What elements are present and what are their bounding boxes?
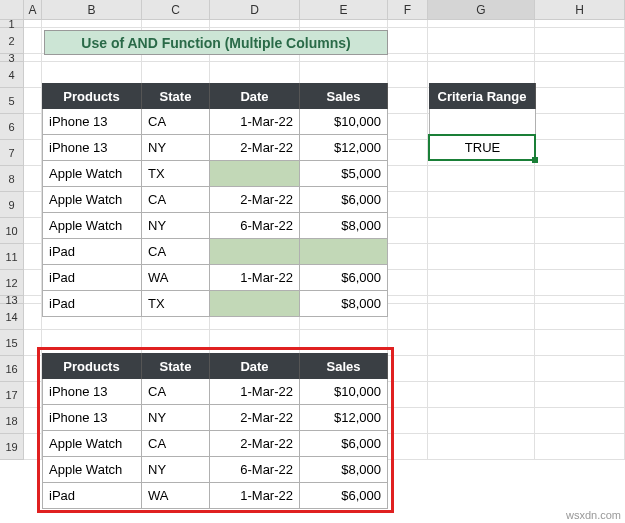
row-8[interactable]: 8 [0,166,24,192]
cell[interactable] [535,304,625,330]
t1-product[interactable]: iPad [42,265,142,291]
row-13[interactable]: 13 [0,296,24,304]
t1-product[interactable]: iPad [42,291,142,317]
cell[interactable] [428,244,535,270]
row-17[interactable]: 17 [0,382,24,408]
row-5[interactable]: 5 [0,88,24,114]
cell[interactable] [388,140,428,166]
cell[interactable] [535,88,625,114]
cell[interactable] [428,304,535,330]
t1-state[interactable]: TX [142,291,210,317]
cell[interactable] [535,408,625,434]
row-12[interactable]: 12 [0,270,24,296]
cell[interactable] [24,140,42,166]
th-sales[interactable]: Sales [300,83,388,109]
t1-state[interactable]: CA [142,239,210,265]
t2-product[interactable]: Apple Watch [42,457,142,483]
cell[interactable] [388,434,428,460]
col-C[interactable]: C [142,0,210,19]
t2-date[interactable]: 2-Mar-22 [210,431,300,457]
col-H[interactable]: H [535,0,625,19]
cell[interactable] [535,114,625,140]
cell[interactable] [535,244,625,270]
t2-date[interactable]: 1-Mar-22 [210,483,300,509]
cell[interactable] [535,20,625,28]
cell[interactable] [535,434,625,460]
t2-sales[interactable]: $6,000 [300,431,388,457]
cell[interactable] [388,270,428,296]
cell[interactable] [24,20,42,28]
cell[interactable] [24,218,42,244]
t1-product[interactable]: iPad [42,239,142,265]
row-4[interactable]: 4 [0,62,24,88]
select-all[interactable] [0,0,24,19]
cell[interactable] [388,54,428,62]
row-16[interactable]: 16 [0,356,24,382]
t2-date[interactable]: 2-Mar-22 [210,405,300,431]
cell[interactable] [535,218,625,244]
row-1[interactable]: 1 [0,20,24,28]
t1-product[interactable]: iPhone 13 [42,109,142,135]
cell[interactable] [535,382,625,408]
t2-sales[interactable]: $6,000 [300,483,388,509]
row-19[interactable]: 19 [0,434,24,460]
cell[interactable] [142,20,210,28]
cell[interactable] [428,218,535,244]
t1-sales[interactable]: $6,000 [300,187,388,213]
cell[interactable] [142,54,210,62]
cell[interactable] [388,166,428,192]
t2-product[interactable]: iPhone 13 [42,405,142,431]
cell[interactable] [535,192,625,218]
cell[interactable] [388,356,428,382]
cell[interactable] [388,88,428,114]
t1-product[interactable]: iPhone 13 [42,135,142,161]
row-2[interactable]: 2 [0,28,24,54]
row-14[interactable]: 14 [0,304,24,330]
cell[interactable] [388,408,428,434]
t1-sales[interactable]: $10,000 [300,109,388,135]
cell[interactable] [388,296,428,304]
cell[interactable] [24,54,42,62]
cell[interactable] [24,192,42,218]
t2-state[interactable]: WA [142,483,210,509]
t1-state[interactable]: WA [142,265,210,291]
t1-state[interactable]: CA [142,109,210,135]
cell[interactable] [24,166,42,192]
cell[interactable] [535,296,625,304]
th-state[interactable]: State [142,83,210,109]
t1-date[interactable]: 6-Mar-22 [210,213,300,239]
t1-date[interactable]: 1-Mar-22 [210,109,300,135]
cell[interactable] [24,304,42,330]
cell[interactable] [428,54,535,62]
cell[interactable] [428,192,535,218]
t1-product[interactable]: Apple Watch [42,213,142,239]
col-F[interactable]: F [388,0,428,19]
t1-sales[interactable] [300,239,388,265]
cell[interactable] [388,62,428,88]
cell[interactable] [535,356,625,382]
cell[interactable] [210,20,300,28]
t2-sales[interactable]: $12,000 [300,405,388,431]
t1-product[interactable]: Apple Watch [42,161,142,187]
criteria-empty[interactable] [429,109,536,135]
t1-product[interactable]: Apple Watch [42,187,142,213]
cell[interactable] [24,244,42,270]
t1-date[interactable] [210,239,300,265]
cell[interactable] [24,330,42,356]
th-criteria[interactable]: Criteria Range [429,83,536,109]
t2-state[interactable]: NY [142,405,210,431]
cell[interactable] [388,330,428,356]
t2-state[interactable]: NY [142,457,210,483]
cell[interactable] [428,382,535,408]
cell[interactable] [535,140,625,166]
cell[interactable] [428,28,535,54]
cell[interactable] [24,62,42,88]
t2-product[interactable]: iPad [42,483,142,509]
cell[interactable] [42,54,142,62]
cell[interactable] [24,28,42,54]
cell[interactable] [428,408,535,434]
t2-product[interactable]: Apple Watch [42,431,142,457]
cell[interactable] [388,28,428,54]
t1-state[interactable]: TX [142,161,210,187]
cell[interactable] [428,356,535,382]
